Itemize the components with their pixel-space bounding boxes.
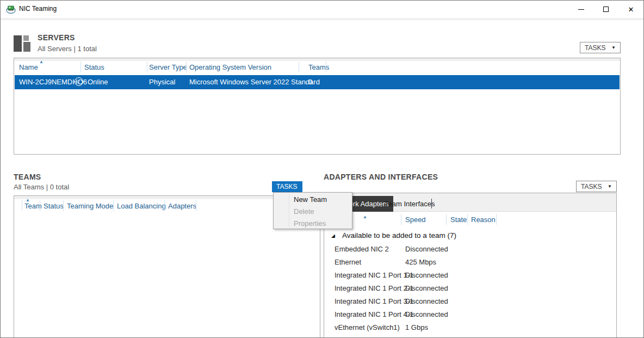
column-header-adapters[interactable]: Adapters: [168, 202, 196, 210]
nic-teaming-app-icon: [6, 4, 16, 14]
close-icon: ✕: [628, 6, 634, 13]
adapter-row[interactable]: Integrated NIC 1 Port 2-1 Disconnected: [324, 282, 616, 295]
group-label: Available to be added to a team (7): [342, 231, 456, 239]
menu-item-new-team[interactable]: New Team: [274, 193, 351, 205]
servers-tasks-label: TASKS: [585, 44, 605, 52]
column-header-state[interactable]: State: [450, 216, 467, 224]
column-separator: [186, 62, 187, 72]
column-separator: [196, 200, 196, 211]
column-header-status[interactable]: Status: [44, 202, 64, 210]
adapter-row[interactable]: Integrated NIC 1 Port 4-1 Disconnected: [324, 308, 616, 321]
adapter-name-cell: Integrated NIC 1 Port 1-1: [335, 271, 413, 279]
adapter-name-cell: Integrated NIC 1 Port 4-1: [335, 310, 413, 318]
maximize-icon: [603, 7, 609, 12]
column-separator: [81, 62, 81, 72]
nic-teaming-window: NIC Teaming ✕ SERVERS All Servers | 1 to…: [0, 0, 644, 338]
adapter-speed-cell: Disconnected: [405, 284, 448, 292]
adapter-name-cell: Embedded NIC 2: [335, 245, 389, 253]
adapter-speed-cell: Disconnected: [405, 297, 448, 305]
column-header-speed[interactable]: Speed: [405, 216, 426, 224]
adapter-speed-cell: Disconnected: [405, 245, 448, 253]
menu-item-delete[interactable]: Delete: [274, 205, 351, 217]
minimize-icon: [578, 9, 584, 10]
column-separator: [22, 200, 22, 211]
adapter-name-cell: Ethernet: [335, 258, 361, 266]
adapter-group-row[interactable]: ◢ Available to be added to a team (7): [324, 231, 616, 243]
adapters-section-title: ADAPTERS AND INTERFACES: [324, 173, 438, 181]
teams-tasks-label: TASKS: [276, 183, 297, 190]
menu-item-properties[interactable]: Properties: [274, 217, 351, 229]
close-button[interactable]: ✕: [618, 1, 643, 18]
column-header-reason[interactable]: Reason: [471, 216, 496, 224]
adapter-name-cell: Integrated NIC 1 Port 2-1: [335, 284, 413, 292]
adapter-speed-cell: 425 Mbps: [405, 258, 436, 266]
adapters-tasks-button[interactable]: TASKS ▼: [576, 181, 617, 192]
column-separator: [496, 214, 497, 225]
adapters-tasks-dropdown-icon: ▼: [608, 184, 612, 189]
servers-section-title: SERVERS: [38, 33, 75, 42]
column-header-server-type[interactable]: Server Type: [149, 63, 187, 71]
minimize-button[interactable]: [568, 1, 593, 18]
adapter-speed-cell: Disconnected: [405, 271, 448, 279]
column-header-name[interactable]: Name: [19, 63, 38, 71]
column-header-status[interactable]: Status: [84, 63, 104, 71]
maximize-button[interactable]: [593, 1, 618, 18]
teams-section-subtitle: All Teams | 0 total: [14, 183, 69, 191]
column-separator: [164, 200, 165, 211]
column-header-load-balancing[interactable]: Load Balancing: [117, 202, 166, 210]
server-teams-cell: 0: [308, 78, 312, 86]
title-bar: NIC Teaming ✕: [1, 1, 643, 18]
adapter-row[interactable]: Ethernet 425 Mbps: [324, 256, 616, 269]
teams-tasks-dropdown-icon: ▼: [302, 185, 307, 189]
servers-table-top-strip: [14, 58, 620, 61]
adapters-panel: Network Adapters Team Interfaces ▲ Speed…: [324, 193, 617, 338]
adapter-row[interactable]: Integrated NIC 1 Port 3-1 Disconnected: [324, 295, 616, 308]
sort-ascending-icon: ▲: [363, 215, 367, 219]
adapter-name-cell: Integrated NIC 1 Port 3-1: [335, 297, 413, 305]
adapter-name-cell: vEthernet (vSwitch1): [335, 323, 400, 331]
server-type-cell: Physical: [149, 78, 175, 86]
column-header-teaming-mode[interactable]: Teaming Mode: [67, 202, 113, 210]
caption-controls: ✕: [568, 1, 643, 18]
column-separator: [113, 200, 114, 211]
group-expanded-icon[interactable]: ◢: [331, 233, 335, 238]
column-separator: [40, 200, 40, 211]
column-separator: [401, 214, 401, 225]
column-separator: [326, 62, 326, 72]
server-os-cell: Microsoft Windows Server 2022 Standard: [189, 78, 320, 86]
column-separator: [147, 62, 147, 72]
servers-tasks-button[interactable]: TASKS ▼: [580, 42, 621, 53]
teams-tasks-menu: New Team Delete Properties: [273, 192, 352, 229]
column-separator: [299, 62, 299, 72]
sort-ascending-icon: ▲: [39, 60, 44, 64]
teams-section-title: TEAMS: [14, 173, 41, 181]
adapter-row[interactable]: Integrated NIC 1 Port 1-1 Disconnected: [324, 269, 616, 282]
server-status-cell: Online: [88, 78, 108, 86]
adapters-tab-bar: Network Adapters Team Interfaces: [324, 193, 616, 212]
servers-tile-icon: [14, 34, 32, 53]
servers-tasks-dropdown-icon: ▼: [611, 45, 616, 50]
servers-table: ▲ Name Status Server Type Operating Syst…: [14, 58, 621, 155]
adapter-speed-cell: 1 Gbps: [405, 323, 428, 331]
column-header-os-version[interactable]: Operating System Version: [189, 63, 271, 71]
tab-caret: [431, 199, 432, 208]
teams-tasks-button[interactable]: TASKS ▼: [272, 181, 302, 192]
adapters-tasks-label: TASKS: [581, 183, 602, 190]
adapter-row[interactable]: Embedded NIC 2 Disconnected: [324, 243, 616, 256]
server-row-selected[interactable]: WIN-2CJ9NEMDHO6 ↑ Online Physical Micros…: [15, 75, 620, 89]
up-arrow-icon: ↑: [78, 79, 81, 84]
window-title: NIC Teaming: [19, 5, 57, 13]
column-separator: [446, 214, 447, 225]
column-separator: [63, 200, 64, 211]
tab-team-interfaces[interactable]: Team Interfaces: [380, 196, 439, 212]
adapter-row[interactable]: vEthernet (vSwitch1) 1 Gbps: [324, 321, 616, 334]
column-separator: [467, 214, 468, 225]
titlebar-divider: [1, 18, 643, 20]
online-status-icon: ↑: [75, 77, 83, 86]
servers-section-subtitle: All Servers | 1 total: [38, 45, 97, 53]
adapter-speed-cell: Disconnected: [405, 310, 448, 318]
